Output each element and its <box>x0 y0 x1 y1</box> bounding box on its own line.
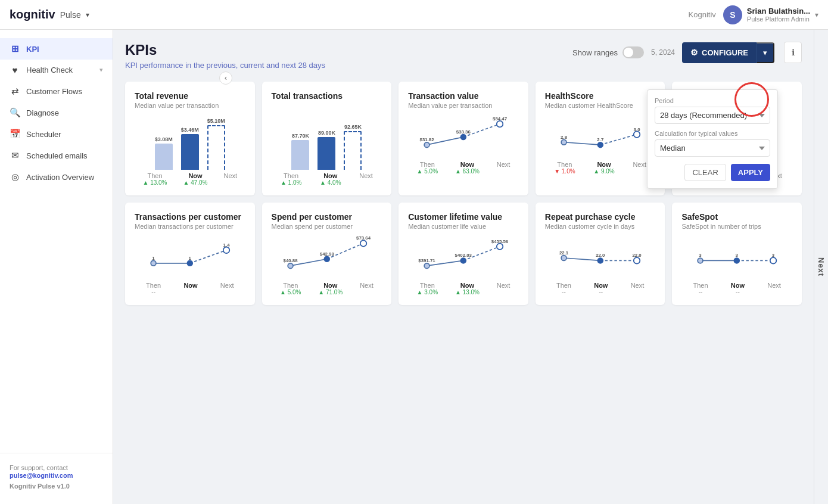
line-chart-healthscore: 2.8 2.7 3.0 <box>545 116 656 158</box>
svg-text:3: 3 <box>699 253 702 258</box>
user-info: Srian Bulathsin... Pulse Platform Admin <box>747 7 810 23</box>
svg-point-29 <box>360 240 366 247</box>
info-button[interactable]: ℹ <box>784 42 802 63</box>
calc-select[interactable]: Median <box>655 139 770 157</box>
sidebar-item-label: Scheduled emails <box>26 151 103 160</box>
sidebar-item-scheduled-emails[interactable]: ✉ Scheduled emails <box>0 145 113 166</box>
sidebar-item-label: Health Check <box>26 66 94 74</box>
apply-button[interactable]: APPLY <box>731 164 770 181</box>
sidebar-item-label: Activation Overview <box>26 173 103 182</box>
svg-line-9 <box>564 142 600 145</box>
clear-button[interactable]: CLEAR <box>684 164 726 181</box>
user-role: Pulse Platform Admin <box>747 15 810 23</box>
kpi-card-repeat-purchase-cycle: Repeat purchase cycle Median customer cy… <box>536 203 665 305</box>
svg-text:1: 1 <box>189 256 192 261</box>
show-ranges-label: Show ranges <box>572 48 618 57</box>
svg-point-28 <box>323 256 330 263</box>
show-ranges-control: Show ranges <box>572 46 644 58</box>
user-name: Srian Bulathsin... <box>747 7 810 15</box>
bar-value: $3.08M <box>155 136 173 142</box>
svg-point-45 <box>634 257 640 264</box>
show-ranges-toggle[interactable] <box>622 46 644 58</box>
sidebar-item-scheduler[interactable]: 📅 Scheduler <box>0 123 113 145</box>
svg-text:$31.82: $31.82 <box>420 137 435 142</box>
bar-chart-total-revenue: $3.08M $3.46M $5.10M <box>135 116 245 170</box>
svg-point-12 <box>597 142 603 148</box>
sidebar: ⊞ KPI ♥ Health Check ▾ ⇄ Customer Flows … <box>0 30 113 504</box>
kognitiv-label: Kognitiv <box>689 10 716 19</box>
kpi-card-total-transactions: Total transactions 87.70K 89.00K <box>262 82 392 195</box>
svg-text:$402.03: $402.03 <box>455 253 472 258</box>
bar-next <box>207 125 225 170</box>
kpi-subtitle <box>272 102 382 109</box>
svg-text:$42.98: $42.98 <box>319 251 334 257</box>
svg-text:1: 1 <box>152 256 155 261</box>
user-chevron-icon[interactable]: ▾ <box>815 11 818 19</box>
gear-icon: ⚙ <box>690 48 698 57</box>
svg-text:1.4: 1.4 <box>223 242 231 248</box>
period-select[interactable]: 28 days (Recommended) <box>655 107 770 124</box>
sidebar-item-label: Scheduler <box>26 130 103 139</box>
kpi-subtitle: Median value per transaction <box>408 102 519 109</box>
svg-text:$40.88: $40.88 <box>283 258 298 263</box>
svg-point-35 <box>424 263 429 269</box>
svg-text:2.7: 2.7 <box>597 137 604 142</box>
activation-icon: ◎ <box>10 172 20 182</box>
user-badge[interactable]: S Srian Bulathsin... Pulse Platform Admi… <box>723 5 818 24</box>
bar-then <box>155 144 173 170</box>
kpi-card-customer-lifetime-value: Customer lifetime value Median customer … <box>399 203 528 305</box>
sidebar-item-diagnose[interactable]: 🔍 Diagnose <box>0 102 113 123</box>
svg-text:$391.71: $391.71 <box>419 258 436 263</box>
grid-icon: ⊞ <box>10 43 20 54</box>
kpi-title: Transactions per customer <box>135 212 245 222</box>
calendar-icon: 📅 <box>10 129 20 139</box>
svg-point-5 <box>497 121 503 127</box>
email-icon: ✉ <box>10 150 20 161</box>
svg-point-37 <box>497 244 503 250</box>
configure-group: ⚙ CONFIGURE ▾ <box>682 42 774 63</box>
next-button[interactable]: Next <box>814 30 828 504</box>
svg-point-20 <box>187 260 194 267</box>
kpi-title: HealthScore <box>545 91 656 101</box>
svg-text:3: 3 <box>736 253 739 258</box>
svg-line-10 <box>600 135 637 145</box>
configure-dropdown-button[interactable]: ▾ <box>757 42 774 63</box>
kpi-card-transactions-per-customer: Transactions per customer Median transac… <box>125 203 255 305</box>
topbar: kognitiv Pulse ▾ Kognitiv S Srian Bulath… <box>0 0 828 30</box>
sidebar-item-health-check[interactable]: ♥ Health Check ▾ <box>0 60 113 80</box>
kpi-title: Transaction value <box>408 91 519 101</box>
sidebar-item-activation-overview[interactable]: ◎ Activation Overview <box>0 166 113 188</box>
page-header: KPIs KPI performance in the previous, cu… <box>125 42 802 70</box>
kpi-subtitle: Median value per transaction <box>135 102 245 109</box>
product-label: Pulse <box>60 10 81 20</box>
kpi-card-transaction-value: Transaction value Median value per trans… <box>399 82 528 195</box>
svg-text:$33.36: $33.36 <box>456 129 471 135</box>
sidebar-footer: For support, contact pulse@kognitiv.com … <box>0 453 113 499</box>
bar-group-next: $5.10M <box>207 118 225 170</box>
label-then: Then ▲ 13.0% <box>142 172 167 186</box>
svg-point-13 <box>634 131 640 138</box>
line-chart: 1 1 1.4 <box>135 237 245 279</box>
support-email[interactable]: pulse@kognitiv.com <box>10 472 103 479</box>
date-label: 5, 2024 <box>651 48 675 57</box>
sidebar-item-label: Customer Flows <box>26 87 103 96</box>
svg-point-53 <box>770 257 777 264</box>
sidebar-collapse-button[interactable]: ‹ <box>219 71 232 85</box>
label-next: Next <box>223 172 237 186</box>
bar-now <box>181 134 199 170</box>
config-actions: CLEAR APPLY <box>655 164 770 181</box>
configure-panel: Period 28 days (Recommended) Calculation… <box>647 89 778 189</box>
kpi-subtitle: SafeSpot in number of trips <box>681 223 792 230</box>
bar-value: $5.10M <box>207 118 225 124</box>
product-chevron-icon[interactable]: ▾ <box>86 11 89 19</box>
svg-text:$54.47: $54.47 <box>493 116 508 122</box>
sidebar-item-customer-flows[interactable]: ⇄ Customer Flows <box>0 80 113 102</box>
svg-point-36 <box>460 257 467 264</box>
heart-icon: ♥ <box>10 65 20 75</box>
label-now: Now ▲ 47.0% <box>183 172 207 186</box>
svg-text:22.0: 22.0 <box>632 253 642 258</box>
bar-chart: 87.70K 89.00K 92.65K <box>272 116 382 170</box>
sidebar-item-kpi[interactable]: ⊞ KPI <box>0 38 113 60</box>
svg-text:3: 3 <box>772 253 775 258</box>
configure-button[interactable]: ⚙ CONFIGURE <box>682 42 757 63</box>
